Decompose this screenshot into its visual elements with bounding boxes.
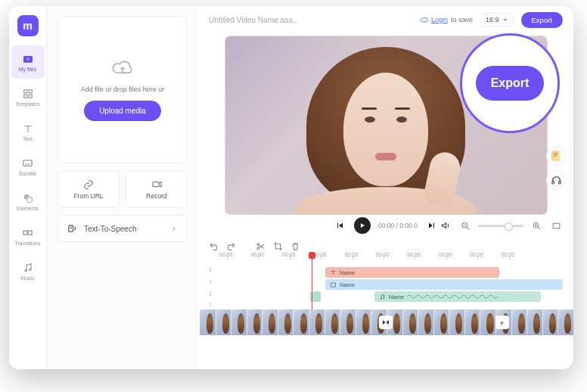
thumbnail-strip[interactable]: ＋ (198, 310, 573, 335)
track-label: 2 (209, 291, 212, 297)
svg-point-26 (384, 297, 384, 298)
svg-rect-21 (553, 223, 560, 229)
camera-icon (151, 179, 163, 190)
login-link[interactable]: Login (431, 16, 448, 23)
track-label: 3 (209, 279, 212, 285)
undo-button[interactable] (209, 241, 219, 251)
zoom-in-button[interactable] (530, 219, 543, 232)
drop-hint: Add file or drop files here or (81, 86, 165, 93)
app-logo[interactable]: m (17, 15, 39, 36)
svg-rect-10 (23, 231, 27, 235)
split-button[interactable] (256, 241, 266, 251)
svg-rect-17 (551, 181, 554, 184)
svg-point-13 (29, 269, 30, 270)
sidebar-item-elements[interactable]: Elements (11, 185, 45, 218)
shapes-icon (22, 192, 34, 204)
media-panel: Add file or drop files here or Upload me… (47, 6, 198, 369)
text-icon (330, 269, 337, 276)
fit-button[interactable] (549, 219, 563, 232)
crop-button[interactable] (273, 241, 283, 251)
prev-frame-button[interactable] (333, 219, 346, 232)
music-icon (22, 262, 34, 274)
timeline-ruler[interactable]: 00:00 00:00 00:00 00:00 00:00 00:00 00:0… (198, 255, 573, 266)
strip-add-button[interactable]: ＋ (495, 316, 509, 329)
chevron-down-icon (502, 17, 508, 23)
timeline-tracks[interactable]: 4 3 2 1 Name Name Name (198, 267, 573, 310)
topbar: Untitled Video Name aaa.. Login to save … (198, 6, 573, 33)
sidebar-item-text[interactable]: Text (11, 115, 45, 148)
zoom-out-button[interactable] (458, 219, 472, 232)
record-button[interactable]: Record (126, 171, 188, 207)
sidebar-item-music[interactable]: Music (11, 254, 45, 288)
export-callout-button[interactable]: Export (476, 66, 545, 101)
next-frame-button[interactable] (425, 219, 439, 232)
text-icon (22, 123, 34, 135)
delete-button[interactable] (290, 241, 300, 251)
music-icon (379, 294, 386, 300)
folder-add-icon (22, 53, 34, 65)
sidebar-item-myfiles[interactable]: My files (11, 45, 45, 79)
sidebar-item-templates[interactable]: Templates (11, 80, 45, 114)
svg-rect-11 (28, 231, 32, 235)
svg-rect-18 (558, 181, 561, 184)
svg-rect-3 (23, 89, 26, 92)
dropzone[interactable]: Add file or drop files here or Upload me… (57, 17, 188, 163)
from-url-button[interactable]: From URL (57, 171, 120, 207)
track-label: 1 (209, 302, 212, 307)
volume-button[interactable] (439, 219, 452, 232)
chevron-right-icon (170, 225, 178, 232)
timecode: 00:00 / 0:00.0 (378, 222, 418, 229)
login-to-save: Login to save (420, 16, 473, 24)
svg-rect-2 (27, 58, 28, 60)
sidebar-item-transitions[interactable]: Transitions (11, 219, 45, 253)
svg-rect-5 (23, 95, 26, 98)
export-callout: Export (460, 33, 560, 133)
tts-row[interactable]: Text-To-Speech (57, 215, 188, 242)
project-title[interactable]: Untitled Video Name aaa.. (209, 16, 412, 24)
support-button[interactable] (546, 170, 566, 190)
redo-button[interactable] (226, 241, 236, 251)
track-label: 4 (209, 267, 212, 272)
play-button[interactable] (354, 217, 371, 234)
strip-transition-button[interactable] (379, 316, 393, 329)
cloud-icon (420, 16, 428, 24)
notes-button[interactable] (546, 146, 566, 166)
svg-rect-14 (152, 182, 158, 186)
sidebar-rail: m My files Templates Text Subtitle Eleme… (9, 6, 47, 369)
aspect-selector[interactable]: 16:9 (480, 13, 514, 26)
svg-rect-9 (26, 197, 31, 201)
grid-icon (22, 88, 34, 100)
video-clip[interactable]: Name (325, 279, 563, 290)
svg-point-12 (24, 269, 26, 271)
svg-point-25 (380, 298, 381, 299)
playhead[interactable] (312, 254, 312, 316)
svg-rect-24 (331, 282, 336, 286)
waveform-icon (407, 293, 498, 300)
svg-rect-16 (552, 151, 559, 160)
film-icon (330, 282, 337, 288)
svg-rect-6 (29, 95, 32, 98)
export-button[interactable]: Export (521, 12, 563, 28)
audio-clip[interactable]: Name (374, 291, 541, 302)
sidebar-item-subtitle[interactable]: Subtitle (11, 150, 45, 183)
zoom-slider[interactable] (478, 225, 523, 227)
tts-icon (67, 223, 78, 234)
svg-rect-7 (23, 160, 32, 166)
svg-rect-4 (29, 89, 32, 92)
upload-media-button[interactable]: Upload media (84, 101, 161, 121)
text-clip[interactable]: Name (325, 267, 499, 278)
player-controls: 00:00 / 0:00.0 (198, 214, 573, 237)
link-icon (83, 179, 94, 190)
subtitle-icon (22, 157, 34, 170)
transitions-icon (22, 227, 34, 239)
cloud-upload-icon (112, 60, 133, 78)
